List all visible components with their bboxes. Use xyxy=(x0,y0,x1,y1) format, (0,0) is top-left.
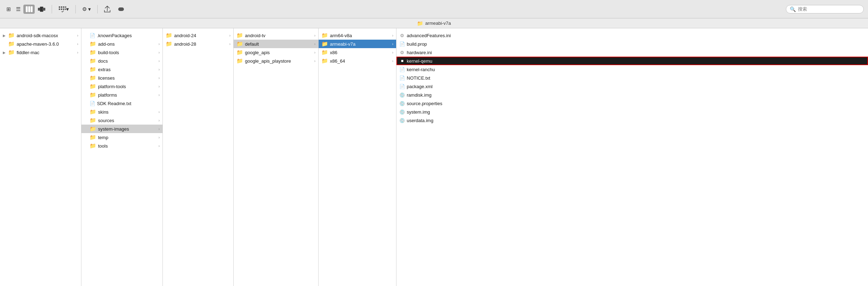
item-label: armeabi-v7a xyxy=(330,41,355,47)
list-item[interactable]: 📁 licenses › xyxy=(81,74,162,82)
list-item[interactable]: 📁 skins › xyxy=(81,108,162,116)
actions-button[interactable]: ⚙ ▾ xyxy=(80,5,93,14)
view-extra-button[interactable]: ▾ xyxy=(56,5,71,14)
item-label: apache-maven-3.6.0 xyxy=(17,41,59,47)
list-item[interactable]: 📁 arm64-v8a › xyxy=(319,31,396,40)
folder-icon: 📁 xyxy=(90,126,96,132)
chevron-icon: › xyxy=(314,51,315,55)
list-item[interactable]: 💿 userdata.img xyxy=(396,116,868,125)
list-item[interactable]: 📁 platform-tools › xyxy=(81,82,162,91)
list-item[interactable]: 📁 armeabi-v7a › xyxy=(319,40,396,48)
search-box[interactable]: 🔍 xyxy=(786,5,864,13)
item-label: default xyxy=(245,41,259,47)
list-item[interactable]: 💿 ramdisk.img xyxy=(396,91,868,99)
view-cover-button[interactable] xyxy=(35,5,47,14)
view-grid2-button[interactable]: ⊞ xyxy=(4,5,13,14)
list-item[interactable]: 📄 .knownPackages xyxy=(81,31,162,40)
list-item[interactable]: 📁 android-24 › xyxy=(163,31,233,40)
list-item[interactable]: 📁 tools › xyxy=(81,142,162,150)
folder-icon: 📁 xyxy=(90,109,96,115)
folder-icon: 📁 xyxy=(90,134,96,141)
chevron-icon: › xyxy=(392,34,393,38)
share-button[interactable] xyxy=(102,4,113,14)
list-item[interactable]: 📄 SDK Readme.txt xyxy=(81,99,162,108)
list-item[interactable]: 📁 docs › xyxy=(81,57,162,65)
column-3: 📁 android-24 › 📁 android-28 › xyxy=(163,28,234,286)
list-item[interactable]: 📁 platforms › xyxy=(81,91,162,99)
file-icon: 📄 xyxy=(90,101,95,106)
window-title: armeabi-v7a xyxy=(425,21,451,26)
list-item[interactable]: 📁 default › xyxy=(234,40,318,48)
list-item[interactable]: 💿 system.img xyxy=(396,108,868,116)
view-columns-button[interactable] xyxy=(23,5,35,14)
list-item[interactable]: ▶ 📁 android-sdk-macosx › xyxy=(0,31,81,40)
list-item[interactable]: 📁 x86_64 › xyxy=(319,57,396,65)
search-input[interactable] xyxy=(798,6,860,12)
view-list-button[interactable]: ☰ xyxy=(14,5,23,14)
list-item[interactable]: 📁 temp › xyxy=(81,133,162,142)
chevron-icon: › xyxy=(392,42,393,46)
list-item[interactable]: ▶ 📁 fiddler-mac › xyxy=(0,48,81,57)
kernel-qemu-item[interactable]: ■ kernel-qemu xyxy=(396,57,868,65)
list-item[interactable]: 📁 system-images › xyxy=(81,125,162,133)
file-icon: ⚙ xyxy=(399,50,405,55)
list-item[interactable]: 📁 google_apis › xyxy=(234,48,318,57)
item-label: NOTICE.txt xyxy=(407,75,430,81)
list-item[interactable]: 📁 build-tools › xyxy=(81,48,162,57)
search-icon: 🔍 xyxy=(790,6,796,12)
chevron-icon: › xyxy=(159,110,160,114)
list-item[interactable]: 📄 build.prop xyxy=(396,40,868,48)
chevron-icon: › xyxy=(77,34,78,38)
list-item[interactable]: 📄 package.xml xyxy=(396,82,868,91)
finder-body: ▶ 📁 android-sdk-macosx › 📁 apache-maven-… xyxy=(0,28,868,286)
list-item[interactable]: 📁 android-28 › xyxy=(163,40,233,48)
item-label: .knownPackages xyxy=(97,33,132,38)
separator3 xyxy=(97,5,98,13)
folder-icon: 📁 xyxy=(90,143,96,149)
list-item[interactable]: ⚙ hardware.ini xyxy=(396,48,868,57)
chevron-icon: › xyxy=(314,34,315,38)
binary-icon: ■ xyxy=(399,58,405,63)
item-label: build-tools xyxy=(98,50,119,55)
column-6: ⚙ advancedFeatures.ini 📄 build.prop ⚙ ha… xyxy=(396,28,868,286)
item-label: temp xyxy=(98,135,108,140)
file-icon: 📄 xyxy=(399,84,405,89)
list-item[interactable]: 📁 extras › xyxy=(81,65,162,74)
list-item[interactable]: ⚙ advancedFeatures.ini xyxy=(396,31,868,40)
svg-rect-6 xyxy=(59,6,60,8)
disc-icon: 💿 xyxy=(399,101,405,106)
expand-icon: ▶ xyxy=(3,51,6,55)
list-item[interactable]: 📄 kernel-ranchu xyxy=(396,65,868,74)
folder-icon: 📁 xyxy=(90,75,96,81)
chevron-icon: › xyxy=(77,42,78,46)
chevron-icon: › xyxy=(159,136,160,139)
list-item[interactable]: 📁 apache-maven-3.6.0 › xyxy=(0,40,81,48)
svg-rect-1 xyxy=(28,6,30,12)
list-item[interactable]: 💿 source.properties xyxy=(396,99,868,108)
tag-button[interactable] xyxy=(115,5,127,14)
item-label: system-images xyxy=(98,126,129,132)
list-item[interactable]: 📁 sources › xyxy=(81,116,162,125)
chevron-icon: › xyxy=(159,42,160,46)
chevron-icon: › xyxy=(159,59,160,63)
chevron-icon: › xyxy=(229,42,230,46)
item-label: build.prop xyxy=(407,41,427,47)
item-label: hardware.ini xyxy=(407,50,432,55)
chevron-icon: › xyxy=(77,51,78,55)
item-label: google_apis_playstore xyxy=(245,58,291,64)
folder-icon: 📁 xyxy=(166,32,172,39)
chevron-icon: › xyxy=(159,119,160,122)
list-item[interactable]: 📁 google_apis_playstore › xyxy=(234,57,318,65)
chevron-icon: › xyxy=(229,34,230,38)
item-label: platform-tools xyxy=(98,84,126,89)
folder-icon: 📁 xyxy=(8,32,15,39)
chevron-icon: › xyxy=(159,144,160,148)
item-label: system.img xyxy=(407,109,430,115)
list-item[interactable]: 📁 android-tv › xyxy=(234,31,318,40)
chevron-icon: › xyxy=(159,85,160,88)
list-item[interactable]: 📁 add-ons › xyxy=(81,40,162,48)
list-item[interactable]: 📁 x86 › xyxy=(319,48,396,57)
folder-icon: 📁 xyxy=(90,58,96,64)
folder-icon: 📁 xyxy=(236,58,243,64)
list-item[interactable]: 📄 NOTICE.txt xyxy=(396,74,868,82)
